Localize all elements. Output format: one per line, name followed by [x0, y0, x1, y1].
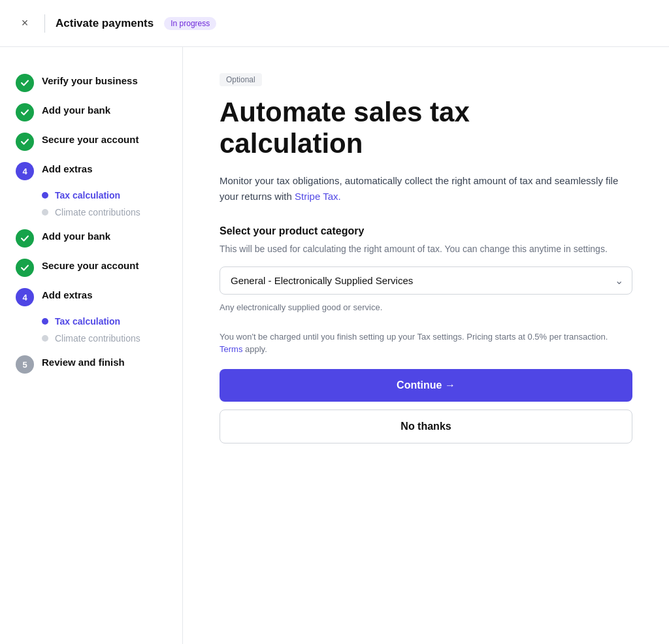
step-label-secure2: Secure your account: [42, 258, 139, 274]
sidebar-item-verify: Verify your business: [16, 68, 167, 97]
sub-step-dot-climate2: [42, 335, 48, 342]
step-label-extras2: Add extras: [42, 287, 93, 303]
stripe-tax-link[interactable]: Stripe Tax.: [295, 191, 341, 202]
sidebar-item-bank: Add your bank: [16, 97, 167, 127]
continue-button[interactable]: Continue →: [220, 369, 632, 402]
sub-step-tax2[interactable]: Tax calculation: [42, 313, 167, 330]
step-label-extras1: Add extras: [42, 161, 93, 177]
step-icon-review: 5: [16, 355, 34, 374]
sidebar-item-secure2: Secure your account: [16, 253, 167, 282]
step-icon-secure2: [16, 259, 34, 277]
content-title: Automate sales tax calculation: [220, 97, 632, 160]
step-icon-extras1: 4: [16, 162, 34, 180]
sub-step-label-tax1: Tax calculation: [55, 190, 120, 201]
step-label-secure: Secure your account: [42, 132, 139, 148]
step-label-review: Review and finish: [42, 355, 125, 370]
main-layout: Verify your business Add your bank Secur…: [0, 47, 669, 644]
section-description: This will be used for calculating the ri…: [220, 242, 632, 256]
terms-link[interactable]: Terms: [220, 344, 242, 354]
sub-step-climate1[interactable]: Climate contributions: [42, 204, 167, 221]
content-area: Optional Automate sales tax calculation …: [183, 47, 669, 644]
sub-step-dot-climate1: [42, 209, 48, 216]
sub-step-dot-tax2: [42, 318, 48, 325]
step-label-verify: Verify your business: [42, 73, 138, 89]
step-label-bank: Add your bank: [42, 103, 110, 118]
pricing-note: You won't be charged until you finish se…: [220, 330, 632, 356]
optional-badge: Optional: [220, 73, 262, 86]
sidebar-item-extras2: 4 Add extras Tax calculation Climate con…: [16, 282, 167, 349]
product-category-wrapper: General - Electronically Supplied Servic…: [220, 266, 632, 295]
sub-step-label-climate1: Climate contributions: [55, 207, 140, 217]
close-button[interactable]: ×: [16, 14, 34, 33]
sub-step-label-tax2: Tax calculation: [55, 316, 120, 327]
sub-step-tax1[interactable]: Tax calculation: [42, 187, 167, 204]
step-icon-extras2: 4: [16, 288, 34, 306]
sidebar-item-bank2: Add your bank: [16, 223, 167, 253]
sub-step-label-climate2: Climate contributions: [55, 333, 140, 344]
sub-step-list-2: Tax calculation Climate contributions: [42, 313, 167, 347]
select-hint: Any electronically supplied good or serv…: [220, 302, 632, 312]
sidebar-item-secure: Secure your account: [16, 127, 167, 156]
step-label-bank2: Add your bank: [42, 229, 110, 244]
section-title: Select your product category: [220, 225, 632, 237]
step-list: Verify your business Add your bank Secur…: [16, 68, 167, 379]
sub-step-climate2[interactable]: Climate contributions: [42, 330, 167, 347]
content-description: Monitor your tax obligations, automatica…: [220, 173, 632, 204]
sidebar-item-review: 5 Review and finish: [16, 349, 167, 379]
status-badge: In progress: [164, 17, 216, 30]
step-icon-secure: [16, 133, 34, 151]
sub-step-dot-tax1: [42, 192, 48, 199]
step-icon-bank: [16, 103, 34, 121]
header: × Activate payments In progress: [0, 0, 669, 47]
no-thanks-button[interactable]: No thanks: [220, 410, 632, 443]
step-icon-verify: [16, 74, 34, 92]
step-icon-bank2: [16, 229, 34, 248]
sub-step-list-1: Tax calculation Climate contributions: [42, 187, 167, 221]
sidebar-item-extras1: 4 Add extras Tax calculation Climate con…: [16, 156, 167, 223]
header-divider: [44, 14, 45, 33]
page-title: Activate payments: [56, 17, 154, 30]
sidebar: Verify your business Add your bank Secur…: [0, 47, 183, 644]
product-category-select[interactable]: General - Electronically Supplied Servic…: [220, 266, 632, 295]
